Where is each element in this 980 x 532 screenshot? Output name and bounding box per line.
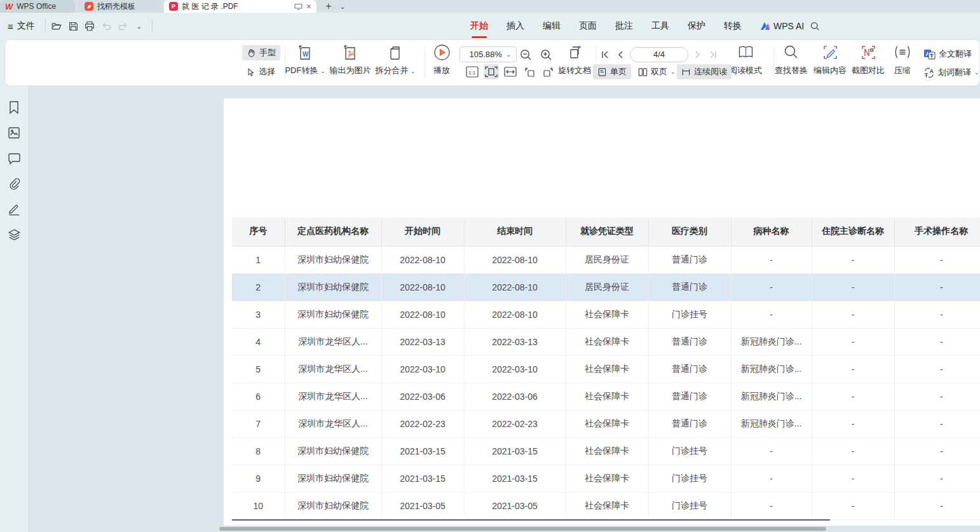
table-body: 1深圳市妇幼保健院2022-08-102022-08-10居民身份证普通门诊--… (232, 246, 980, 519)
table-cell: - (894, 465, 980, 492)
split-merge-button[interactable]: 拆分合并 ⌄ (368, 44, 423, 76)
tab-docer-templates[interactable]: 找稻壳模板 (79, 0, 161, 13)
docer-icon (85, 2, 93, 11)
document-viewport[interactable]: 序号定点医药机构名称开始时间结束时间就诊凭证类型医疗类别病种名称住院主诊断名称手… (28, 86, 980, 532)
select-tool-button[interactable]: 选择 (242, 64, 280, 79)
table-cell: 深圳市妇幼保健院 (285, 465, 381, 492)
tab-document-active[interactable]: P 就 医 记 录 .PDF × (164, 0, 316, 13)
tab-wps-office-home[interactable]: W WPS Office (0, 0, 75, 13)
table-cell: 2022-08-10 (464, 301, 566, 328)
table-cell: 2 (232, 273, 285, 301)
undo-button[interactable] (99, 18, 114, 34)
table-cell: - (894, 273, 980, 301)
present-screen-icon[interactable] (294, 3, 303, 10)
menu-tab-tools[interactable]: 工具 (651, 13, 669, 39)
full-text-translate-icon: A (923, 49, 936, 60)
table-row: 1深圳市妇幼保健院2022-08-102022-08-10居民身份证普通门诊--… (232, 246, 980, 273)
signature-panel-button[interactable] (5, 200, 23, 218)
divider (425, 46, 425, 79)
table-cell: 新冠肺炎门诊... (731, 410, 812, 437)
first-page-button[interactable] (599, 48, 611, 62)
compress-button[interactable]: 压缩 (883, 44, 922, 76)
double-page-button[interactable]: 双页 ⌄ (634, 64, 680, 79)
table-cell: 门诊挂号 (648, 301, 731, 328)
table-cell: 社会保障卡 (566, 355, 648, 383)
rotate-right-button[interactable] (541, 64, 556, 79)
left-sidebar (0, 86, 28, 532)
table-cell: 社会保障卡 (566, 301, 648, 328)
print-button[interactable] (82, 18, 97, 34)
compress-icon (883, 44, 922, 63)
open-file-button[interactable] (49, 18, 64, 34)
wps-office-window: W WPS Office 找稻壳模板 P 就 医 记 录 .PDF × + ⌄ … (0, 0, 980, 532)
single-page-button[interactable]: 单页 (593, 64, 631, 79)
quickbar-chevron-icon[interactable]: ⌄ (132, 18, 147, 34)
paperclip-icon (8, 177, 21, 191)
table-cell: 深圳市龙华区人... (285, 383, 381, 410)
fit-page-button[interactable] (484, 64, 499, 79)
menu-tab-convert[interactable]: 转换 (724, 13, 742, 39)
table-cell: 2022-03-10 (381, 355, 464, 383)
tab-label: 找稻壳模板 (97, 1, 135, 12)
wps-ai-button[interactable]: WPS AI (760, 13, 804, 39)
table-cell: - (812, 273, 894, 301)
table-header-cell: 手术操作名称 (894, 217, 980, 246)
menu-tab-insert[interactable]: 插入 (507, 13, 524, 39)
thumbnails-panel-button[interactable] (5, 124, 23, 142)
table-cell: 居民身份证 (566, 273, 648, 301)
global-search-icon[interactable] (807, 18, 822, 34)
table-cell: - (894, 355, 980, 383)
menu-tab-page[interactable]: 页面 (579, 13, 597, 39)
word-translate-icon: A (923, 67, 935, 78)
new-tab-button[interactable]: + (322, 0, 336, 13)
table-cell: - (731, 246, 812, 273)
rotate-document-button[interactable]: 旋转文档 (556, 44, 593, 76)
rotate-left-button[interactable] (522, 64, 537, 79)
comments-panel-button[interactable] (5, 149, 23, 167)
menu-tab-edit[interactable]: 编辑 (543, 13, 561, 39)
hand-tool-button[interactable]: 手型 (242, 45, 280, 60)
comment-icon (8, 153, 21, 165)
full-text-translate-button[interactable]: A 全文翻译 (923, 48, 972, 60)
file-menu-button[interactable]: ≡ 文件 (8, 13, 35, 39)
menu-tab-start[interactable]: 开始 (470, 13, 488, 39)
horizontal-scrollbar-thumb[interactable] (219, 527, 826, 531)
table-header-cell: 病种名称 (731, 217, 812, 246)
menu-tab-protect[interactable]: 保护 (688, 13, 705, 39)
menu-tab-comment[interactable]: 批注 (615, 13, 633, 39)
table-cell: 5 (232, 355, 285, 383)
layers-panel-button[interactable] (5, 226, 23, 243)
attachments-panel-button[interactable] (5, 175, 23, 193)
next-page-button[interactable] (692, 48, 704, 62)
actual-size-button[interactable]: 1:1 (465, 64, 480, 79)
previous-page-button[interactable] (615, 48, 626, 62)
table-cell: 新冠肺炎门诊... (731, 355, 812, 383)
zoom-out-button[interactable] (518, 47, 533, 62)
play-slideshow-button[interactable]: 播放 (426, 44, 457, 76)
page-indicator-input[interactable]: 4/4 (630, 47, 688, 62)
tab-list-chevron-icon[interactable]: ⌄ (337, 0, 348, 13)
wps-ai-label: WPS AI (773, 21, 804, 31)
word-translate-button[interactable]: A 划词翻译 ⌄ (923, 67, 979, 78)
table-cell: 深圳市龙华区人... (285, 410, 381, 437)
continuous-reading-button[interactable]: 连续阅读 (677, 64, 732, 79)
svg-text:1:1: 1:1 (468, 70, 476, 76)
table-cell: 深圳市妇幼保健院 (285, 246, 381, 273)
zoom-level-dropdown[interactable]: 105.88% ⌄ (459, 46, 517, 62)
page-navigation: 4/4 (599, 46, 719, 62)
table-cell: 新冠肺炎门诊... (731, 328, 812, 355)
table-cell: 深圳市龙华区人... (285, 355, 381, 383)
fit-width-button[interactable] (503, 64, 518, 79)
hand-icon (247, 48, 256, 58)
save-button[interactable] (65, 18, 81, 34)
table-cell: 普通门诊 (648, 410, 731, 437)
table-cell: 普通门诊 (648, 246, 731, 273)
table-cell: 2021-03-15 (381, 437, 464, 465)
last-page-button[interactable] (707, 48, 719, 62)
redo-button[interactable] (115, 18, 130, 34)
table-cell: 2022-02-23 (381, 410, 464, 437)
bookmarks-panel-button[interactable] (5, 99, 23, 116)
table-header: 序号定点医药机构名称开始时间结束时间就诊凭证类型医疗类别病种名称住院主诊断名称手… (232, 217, 980, 246)
zoom-in-button[interactable] (538, 47, 554, 62)
close-tab-icon[interactable]: × (306, 2, 311, 11)
